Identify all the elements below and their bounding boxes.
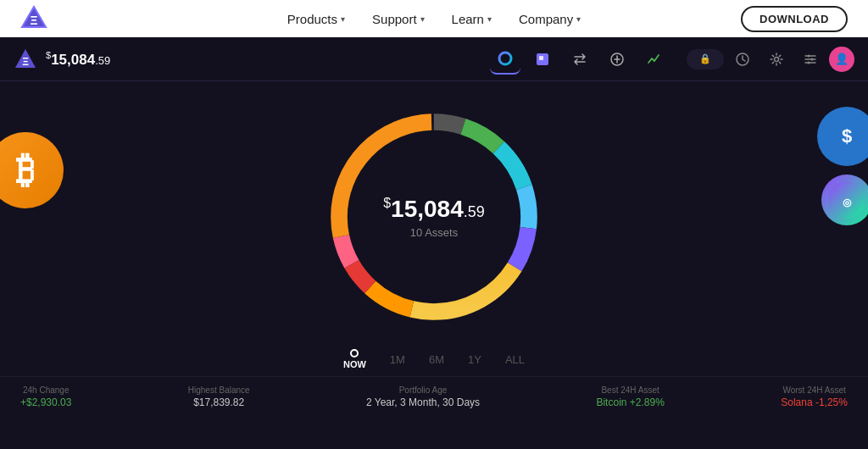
- stats-bar: 24h Change +$2,930.03 Highest Balance $1…: [0, 376, 868, 408]
- svg-point-4: [499, 53, 511, 64]
- assets-count: 10 Assets: [383, 226, 485, 239]
- stat-portfolio-age: Portfolio Age 2 Year, 3 Month, 30 Days: [366, 385, 480, 408]
- avatar-icon: 👤: [835, 53, 849, 65]
- stat-best-asset: Best 24H Asset Bitcoin +2.89%: [596, 385, 664, 408]
- svg-rect-6: [539, 56, 543, 60]
- profile-avatar[interactable]: 👤: [829, 47, 854, 72]
- time-all-button[interactable]: ALL: [505, 353, 525, 366]
- app-window: Ξ $15,084.59: [0, 37, 868, 449]
- stat-highest-balance: Highest Balance $17,839.82: [188, 385, 250, 408]
- svg-text:$: $: [842, 125, 852, 147]
- toolbar-right-icons: 🔒: [687, 44, 854, 75]
- svg-point-12: [808, 61, 810, 64]
- chevron-down-icon: ▾: [341, 14, 345, 24]
- chart-center-info: $15,084.59 10 Assets: [383, 196, 485, 239]
- nav-products[interactable]: Products ▾: [277, 7, 355, 31]
- svg-point-10: [808, 54, 810, 57]
- nav-company[interactable]: Company ▾: [509, 7, 591, 31]
- svg-point-11: [811, 58, 814, 60]
- btc-float-icon: ₿: [0, 132, 64, 208]
- time-1m-button[interactable]: 1M: [390, 353, 405, 366]
- time-controls: NOW 1M 6M 1Y ALL: [343, 349, 525, 369]
- usdc-float-icon: $: [817, 107, 868, 166]
- portfolio-value: $15,084.59: [383, 196, 485, 223]
- chart-tab-button[interactable]: [639, 44, 670, 75]
- portfolio-tab-button[interactable]: [490, 44, 520, 75]
- time-6m-button[interactable]: 6M: [429, 353, 444, 366]
- buy-tab-button[interactable]: [602, 44, 632, 75]
- nav-support[interactable]: Support ▾: [362, 7, 435, 31]
- preferences-button[interactable]: [795, 44, 826, 75]
- toolbar-balance: $15,084.59: [46, 50, 110, 69]
- stat-worst-asset: Worst 24H Asset Solana -1,25%: [781, 385, 848, 408]
- time-dot-indicator: [350, 349, 359, 358]
- time-1y-button[interactable]: 1Y: [468, 353, 481, 366]
- history-button[interactable]: [727, 44, 758, 75]
- sol-float-icon: ◎: [821, 175, 868, 225]
- svg-point-9: [775, 57, 779, 61]
- settings-button[interactable]: [761, 44, 792, 75]
- app-toolbar: Ξ $15,084.59: [0, 37, 868, 81]
- nav-learn[interactable]: Learn ▾: [442, 7, 502, 31]
- portfolio-donut-chart: $15,084.59 10 Assets: [315, 98, 553, 335]
- chevron-down-icon: ▾: [420, 14, 425, 24]
- swap-tab-button[interactable]: [565, 44, 595, 75]
- time-now-button[interactable]: NOW: [343, 349, 366, 369]
- svg-text:◎: ◎: [843, 197, 852, 208]
- svg-text:Ξ: Ξ: [22, 56, 29, 68]
- nav-links: Products ▾ Support ▾ Learn ▾ Company ▾: [277, 7, 591, 31]
- toolbar-center-icons: [490, 44, 670, 75]
- chevron-down-icon: ▾: [487, 14, 492, 24]
- app-logo: Ξ: [14, 47, 37, 71]
- lock-icon: 🔒: [699, 53, 711, 64]
- svg-text:Ξ: Ξ: [30, 14, 37, 27]
- navbar: Ξ Products ▾ Support ▾ Learn ▾ Company ▾…: [0, 0, 868, 37]
- nav-logo: Ξ: [20, 5, 47, 32]
- download-button[interactable]: DOWNLOAD: [741, 6, 848, 32]
- lock-toggle-button[interactable]: 🔒: [687, 49, 724, 69]
- stat-24h-change: 24h Change +$2,930.03: [20, 385, 71, 408]
- chevron-down-icon: ▾: [576, 14, 581, 24]
- app-content: ₿ $ ◎: [0, 81, 868, 449]
- nft-tab-button[interactable]: [527, 44, 558, 75]
